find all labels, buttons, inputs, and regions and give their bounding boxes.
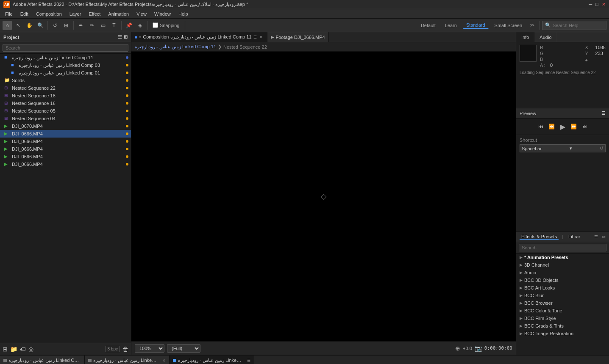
hand-tool[interactable]: ✋ <box>25 21 34 30</box>
snapshot-btn[interactable]: 📷 <box>475 345 482 352</box>
effects-expand[interactable]: ≫ <box>601 234 606 239</box>
play-btn[interactable]: ▶ <box>558 122 567 131</box>
project-menu-icon[interactable]: ☰ <box>118 34 122 40</box>
workspace-default[interactable]: Default <box>417 22 439 29</box>
timeline-tab-menu-3[interactable]: ☰ <box>247 358 250 363</box>
tab-audio[interactable]: Audio <box>534 32 557 42</box>
timeline-tab-1[interactable]: زمین عباس - رودبارچیره Linked Comp 01 <box>0 356 85 364</box>
text-tool[interactable]: T <box>109 21 119 30</box>
breadcrumb-nested[interactable]: Nested Sequence 22 <box>223 44 267 50</box>
effects-item-4[interactable]: ▶ BCC 3D Objects <box>516 276 609 284</box>
project-item-12[interactable]: ▶ DJI_0666.MP4 <box>0 138 131 145</box>
project-item-14[interactable]: ▶ DJI_0666.MP4 <box>0 153 131 160</box>
viewer-tab-footage[interactable]: ▶ Footage DJI_0666.MP4 <box>267 32 329 42</box>
timeline-tab-2[interactable]: زمین عباس - رودبارچیره Linked Comp 03 ✕ <box>85 356 170 364</box>
tab-effects-presets[interactable]: Effects & Presets <box>520 234 559 240</box>
zoom-select[interactable]: 100% 50% 200% Fit <box>135 344 164 353</box>
skip-back-btn[interactable]: ⏮ <box>536 122 545 131</box>
item-icon-1: ■ <box>4 55 10 61</box>
project-grid-icon[interactable]: ⊞ <box>124 34 128 40</box>
project-item-13[interactable]: ▶ DJI_0666.MP4 <box>0 145 131 153</box>
maximize-btn[interactable]: □ <box>595 2 598 7</box>
timeline-tab-close-2[interactable]: ✕ <box>162 358 166 363</box>
menu-layer[interactable]: Layer <box>66 11 85 17</box>
comp-tab-close[interactable]: ✕ <box>259 35 264 40</box>
brush-tool[interactable]: ✏ <box>87 21 97 30</box>
breadcrumb-comp[interactable]: زمین عباس - رودبارچیره Linked Comp 11 <box>135 44 216 50</box>
comp-tab-menu2[interactable]: ☰ <box>253 35 257 39</box>
delete-icon[interactable]: 🗑 <box>122 346 128 353</box>
project-item-11[interactable]: ▶ DJI_0666.MP4 <box>0 130 131 138</box>
roto-tool[interactable]: ◈ <box>135 21 145 30</box>
close-btn[interactable]: ✕ <box>602 2 606 7</box>
snapping-toggle[interactable]: Snapping <box>150 22 182 28</box>
workspace-small[interactable]: Small Screen <box>491 22 526 29</box>
project-item-15[interactable]: ▶ DJI_0666.MP4 <box>0 160 131 168</box>
project-item-9[interactable]: ⊞ Nested Sequence 04 <box>0 115 131 122</box>
effects-item-8[interactable]: ▶ BCC Color & Tone <box>516 307 609 314</box>
effects-menu[interactable]: ☰ <box>594 234 598 239</box>
rotate-tool[interactable]: ↺ <box>50 21 60 30</box>
quality-select[interactable]: (Full) (Half) (Quarter) <box>167 344 200 353</box>
pin-tool[interactable]: 📌 <box>124 21 133 30</box>
effects-arrow-4: ▶ <box>520 278 523 282</box>
misc-icon[interactable]: ◎ <box>28 346 33 353</box>
prev-frame-btn[interactable]: ⏪ <box>547 122 556 131</box>
zoom-tool[interactable]: 🔍 <box>36 21 45 30</box>
project-item-10[interactable]: ▶ DJI_0670.MP4 <box>0 122 131 130</box>
project-item-8[interactable]: ⊞ Nested Sequence 05 <box>0 107 131 115</box>
menu-file[interactable]: File <box>2 11 16 17</box>
project-item-1[interactable]: ■ زمین عباس - رودبارچیره Linked Comp 11 <box>0 54 131 61</box>
project-item-7[interactable]: ⊞ Nested Sequence 16 <box>0 99 131 107</box>
color-label-icon[interactable]: 🏷 <box>20 346 26 353</box>
workspace-standard[interactable]: Standard <box>463 22 489 29</box>
tab-info[interactable]: Info <box>516 32 534 42</box>
menu-effect[interactable]: Effect <box>85 11 104 17</box>
effects-item-9[interactable]: ▶ BCC Film Style <box>516 314 609 322</box>
search-input[interactable] <box>553 23 603 28</box>
effects-item-5[interactable]: ▶ BCC Art Looks <box>516 284 609 292</box>
effects-item-6[interactable]: ▶ BCC Blur <box>516 292 609 299</box>
menu-help[interactable]: Help <box>175 11 192 17</box>
project-search-input[interactable] <box>3 44 128 52</box>
folder-icon[interactable]: 📁 <box>10 346 17 353</box>
workspace-more[interactable]: ≫ <box>528 22 537 28</box>
effects-search-input[interactable] <box>519 244 606 251</box>
effects-item-10[interactable]: ▶ BCC Grads & Tints <box>516 322 609 330</box>
project-item-5[interactable]: ⊞ Nested Sequence 22 <box>0 84 131 92</box>
menu-composition[interactable]: Composition <box>33 11 65 17</box>
timeline-tab-3[interactable]: زمین عباس - رودبارچیره Linked Comp 11 ☰ <box>170 356 254 364</box>
workspace-learn[interactable]: Learn <box>442 22 460 29</box>
effects-item-7[interactable]: ▶ BCC Browser <box>516 299 609 307</box>
shortcut-reset-icon[interactable]: ↺ <box>600 146 603 151</box>
new-comp-icon[interactable]: ⊞ <box>3 346 8 353</box>
project-item-3[interactable]: ■ زمین عباس - رودبارچیره Linked Comp 01 <box>0 69 131 77</box>
shortcut-select[interactable]: Spacebar ▾ ↺ <box>520 144 606 152</box>
project-item-2[interactable]: ■ زمین عباس - رودبارچیره Linked Comp 03 <box>0 61 131 69</box>
color-channels-btn[interactable]: ⊕ <box>455 345 460 352</box>
viewer-tab-comp[interactable]: ■ ≡ Composition زمین عباس - رودبارچیره L… <box>131 32 267 42</box>
minimize-btn[interactable]: ─ <box>589 2 592 7</box>
grid-tool[interactable]: ⊞ <box>61 21 71 30</box>
menu-window[interactable]: Window <box>151 11 174 17</box>
project-item-4[interactable]: 📁 Solids <box>0 77 131 84</box>
menu-view[interactable]: View <box>133 11 150 17</box>
tab-library[interactable]: Librar <box>567 234 582 239</box>
next-frame-btn[interactable]: ⏩ <box>569 122 578 131</box>
project-item-6[interactable]: ⊞ Nested Sequence 18 <box>0 92 131 99</box>
effects-item-3[interactable]: ▶ Audio <box>516 269 609 276</box>
effects-item-11[interactable]: ▶ BCC Image Restoration <box>516 330 609 337</box>
pen-tool[interactable]: ✒ <box>76 21 86 30</box>
home-tool[interactable]: ⌂ <box>3 21 12 30</box>
menu-animation[interactable]: Animation <box>105 11 132 17</box>
preview-menu-icon[interactable]: ☰ <box>601 110 606 116</box>
skip-forward-btn[interactable]: ⏭ <box>580 122 590 131</box>
effects-item-1[interactable]: ▶ * Animation Presets <box>516 254 609 261</box>
effects-item-2[interactable]: ▶ 3D Channel <box>516 261 609 269</box>
rect-tool[interactable]: ▭ <box>98 21 108 30</box>
item-name-15: DJI_0666.MP4 <box>12 162 124 167</box>
exposure-btn[interactable]: +0.0 <box>463 346 472 351</box>
menu-edit[interactable]: Edit <box>17 11 32 17</box>
item-icon-10: ▶ <box>4 123 10 129</box>
select-tool[interactable]: ↖ <box>14 21 23 30</box>
